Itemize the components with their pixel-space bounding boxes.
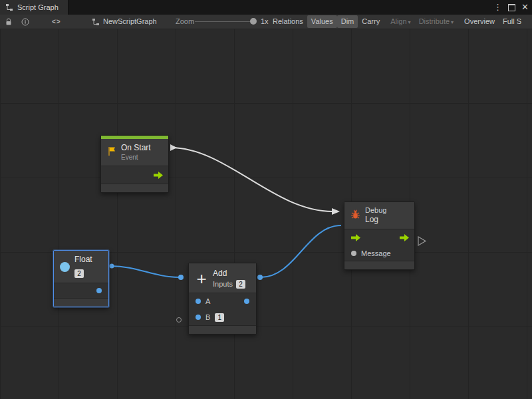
node-debug-log[interactable]: Debug Log Message [344,201,415,270]
node-footer [54,298,108,307]
graph-name[interactable]: NewScriptGraph [103,15,157,29]
bug-icon [350,209,360,222]
connection-wires [0,29,532,399]
node-footer [189,325,256,334]
dim-button[interactable]: Dim [337,15,358,28]
graph-canvas[interactable]: On Start Event Float 2 [0,29,532,399]
message-port-label: Message [361,249,391,257]
inputs-count-field[interactable]: 2 [236,280,245,289]
flag-icon [107,146,116,159]
zoom-slider-track[interactable] [195,21,255,22]
zoom-slider-handle[interactable] [250,18,257,25]
script-graph-icon [5,1,13,15]
menu-icon[interactable]: ⋮ [493,0,502,15]
trigger-output-port[interactable] [400,234,409,241]
node-title: Debug [365,206,386,215]
trigger-input-port[interactable] [351,234,360,241]
node-footer [101,184,168,192]
node-float[interactable]: Float 2 [53,250,109,307]
align-dropdown[interactable]: Align▾ [386,15,414,28]
graph-asset-icon [92,15,100,29]
plus-icon: + [195,272,208,285]
node-on-start[interactable]: On Start Event [100,135,169,193]
chevron-down-icon: ▾ [451,19,454,25]
tab-script-graph[interactable]: Script Graph [0,0,68,15]
node-header: On Start Event [101,139,168,166]
node-title: Float [74,255,92,265]
overview-button[interactable]: Overview [460,15,499,28]
zoom-slider[interactable] [195,15,255,29]
trigger-output-port[interactable] [154,172,163,179]
float-type-icon [60,262,70,272]
code-icon[interactable]: <> [52,15,61,29]
inputs-label: Inputs [213,280,233,289]
zoom-value: 1x [261,15,269,29]
message-input-port[interactable] [351,251,356,256]
toolbar-buttons: Relations Values Dim Carry Align▾ Distri… [269,15,532,28]
node-add[interactable]: + Add Inputs 2 A B 1 [188,263,257,334]
input-port-a[interactable] [196,299,201,304]
node-header: Debug Log [344,202,414,229]
toolbar: <> NewScriptGraph Zoom 1x Relations Valu… [0,15,532,29]
maximize-icon[interactable] [508,4,515,11]
node-title: Add [213,269,245,279]
node-header: Float 2 [54,251,108,283]
port-b-value-field[interactable]: 1 [215,313,224,322]
port-b-label: B [205,313,210,321]
fullscreen-button[interactable]: Full S [499,15,525,28]
script-graph-window: Script Graph ⋮ ✕ <> NewScriptGraph Zoom … [0,0,532,399]
relations-button[interactable]: Relations [269,15,307,28]
tab-title: Script Graph [17,3,59,11]
input-port-b[interactable] [196,315,201,320]
unconnected-input-port[interactable] [176,317,182,323]
node-subtitle: Log [365,215,386,225]
float-value-field[interactable]: 2 [74,269,84,278]
unconnected-flow-output-port[interactable] [418,236,427,246]
port-a-label: A [205,297,210,305]
node-header: + Add Inputs 2 [189,263,256,293]
node-subtitle: Event [121,153,151,162]
chevron-down-icon: ▾ [408,19,411,25]
sum-output-port[interactable] [244,299,249,304]
float-output-port[interactable] [96,288,102,293]
node-title: On Start [121,143,151,153]
close-icon[interactable]: ✕ [521,0,529,15]
values-button[interactable]: Values [307,15,337,28]
carry-button[interactable]: Carry [358,15,384,28]
lock-icon[interactable] [5,15,12,29]
info-icon[interactable] [21,15,29,29]
node-footer [344,261,414,269]
distribute-dropdown[interactable]: Distribute▾ [415,15,458,28]
titlebar: Script Graph ⋮ ✕ [0,0,532,15]
zoom-label: Zoom [176,15,194,29]
window-controls: ⋮ ✕ [493,0,529,15]
